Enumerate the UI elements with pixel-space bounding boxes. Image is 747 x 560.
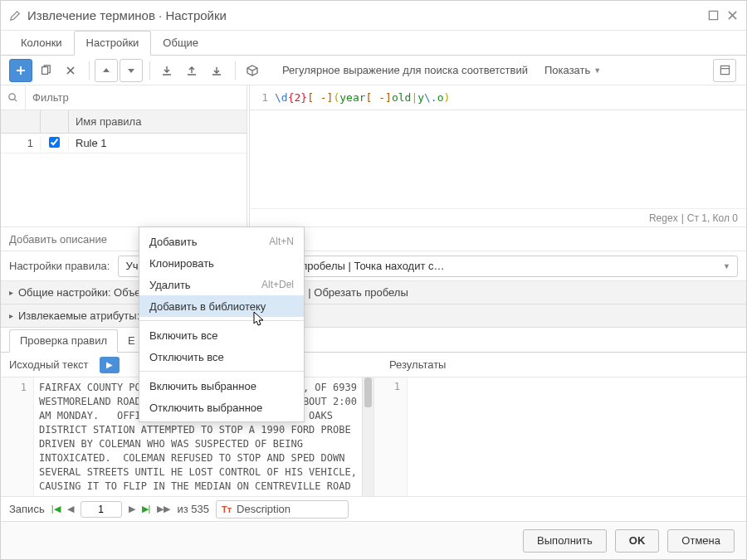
last-record-button[interactable]: ▶| xyxy=(142,504,151,514)
regex-status: Regex | Ст 1, Кол 0 xyxy=(250,208,746,226)
toolbar-separator xyxy=(89,61,90,80)
subtab-rule-check[interactable]: Проверка правил xyxy=(9,329,118,353)
copy-button[interactable] xyxy=(34,59,57,82)
ctx-disable-selected[interactable]: Отключить выбранное xyxy=(139,397,304,418)
footer: Выполнить OK Отмена xyxy=(1,521,746,559)
rules-grid-header: Имя правила xyxy=(1,110,247,134)
accordion-general-settings[interactable]: Общие настройки: Объединить результирующ… xyxy=(1,281,746,304)
svg-rect-2 xyxy=(720,66,729,74)
prev-record-button[interactable]: ◀ xyxy=(67,504,74,514)
cursor-icon xyxy=(253,311,266,328)
filter-input[interactable] xyxy=(26,85,247,110)
ok-button[interactable]: OK xyxy=(615,529,660,553)
tab-settings[interactable]: Настройки xyxy=(74,31,152,56)
col-rule-name[interactable]: Имя правила xyxy=(69,115,247,128)
accordion-extracted-attributes[interactable]: Извлекаемые атрибуты: (Исходные колонки) xyxy=(1,304,746,328)
table-row[interactable]: 1 Rule 1 xyxy=(1,134,247,153)
field-selector[interactable]: Tт Description xyxy=(216,500,349,519)
move-up-button[interactable] xyxy=(95,59,118,82)
rule-name-cell[interactable]: Rule 1 xyxy=(69,137,247,149)
lower-split: 1 FAIRFAX COUNTY POLICE SAY RODNEY COLEM… xyxy=(1,377,746,496)
source-results-header: Исходный текст ▶ Результаты xyxy=(1,353,746,377)
context-menu: ДобавитьAlt+N Клонировать УдалитьAlt+Del… xyxy=(139,226,305,422)
ctx-enable-all[interactable]: Включить все xyxy=(139,324,304,346)
regex-line-number: 1 xyxy=(255,91,268,104)
tab-general[interactable]: Общие xyxy=(151,32,210,55)
results-label: Результаты xyxy=(381,358,746,371)
ctx-add-to-library[interactable]: Добавить в библиотеку xyxy=(139,295,304,317)
toolbar-separator xyxy=(149,61,150,80)
package-button[interactable] xyxy=(241,59,264,82)
regex-mode: Regex xyxy=(649,212,678,224)
ctx-add[interactable]: ДобавитьAlt+N xyxy=(139,231,304,252)
description-input[interactable] xyxy=(1,227,746,251)
main-tabs: Колонки Настройки Общие xyxy=(1,31,746,56)
ctx-delete[interactable]: УдалитьAlt+Del xyxy=(139,274,304,295)
source-label: Исходный текст xyxy=(1,358,96,371)
cancel-button[interactable]: Отмена xyxy=(667,529,735,553)
rules-panel: Имя правила 1 Rule 1 xyxy=(1,85,250,226)
cursor-position: Ст 1, Кол 0 xyxy=(687,212,738,224)
record-label: Запись xyxy=(9,503,45,515)
source-scrollbar[interactable] xyxy=(362,377,374,496)
ctx-separator xyxy=(139,371,304,372)
run-test-button[interactable]: ▶ xyxy=(100,357,120,373)
text-icon: Tт xyxy=(222,504,232,514)
rule-settings-row: Настройки правила: Учитывать регистр | И… xyxy=(1,251,746,281)
tab-columns[interactable]: Колонки xyxy=(9,32,74,55)
show-dropdown[interactable]: Показать▼ xyxy=(544,64,601,76)
rule-settings-label: Настройки правила: xyxy=(9,260,110,272)
svg-rect-1 xyxy=(42,66,48,74)
sub-tabs: Проверка правил Е xyxy=(1,328,746,353)
ctx-enable-selected[interactable]: Включить выбранное xyxy=(139,375,304,397)
filter-row xyxy=(1,85,247,110)
import-button[interactable] xyxy=(155,59,178,82)
first-record-button[interactable]: |◀ xyxy=(51,504,61,514)
description-row xyxy=(1,226,746,251)
add-rule-button[interactable] xyxy=(9,59,32,82)
toolbar-separator xyxy=(235,61,236,80)
layout-button[interactable] xyxy=(713,59,736,82)
toolbar: Регулярное выражение для поиска соответс… xyxy=(1,56,746,85)
record-nav: Запись |◀ ◀ ▶ ▶| ▶▶ из 535 Tт Descriptio… xyxy=(1,496,746,521)
close-button[interactable] xyxy=(727,10,738,21)
maximize-button[interactable] xyxy=(708,10,719,21)
delete-button[interactable] xyxy=(59,59,82,82)
ctx-clone[interactable]: Клонировать xyxy=(139,252,304,274)
results-gutter: 1 xyxy=(374,377,408,496)
next-page-button[interactable]: ▶▶ xyxy=(157,504,170,514)
window: Извлечение терминов · Настройки Колонки … xyxy=(0,0,747,560)
record-total: из 535 xyxy=(177,503,209,515)
ctx-disable-all[interactable]: Отключить все xyxy=(139,346,304,368)
rule-enabled-checkbox[interactable] xyxy=(49,137,60,148)
upper-split: Имя правила 1 Rule 1 1 \d{2}[ -](year[ -… xyxy=(1,85,746,226)
body: Имя правила 1 Rule 1 1 \d{2}[ -](year[ -… xyxy=(1,85,746,521)
titlebar: Извлечение терминов · Настройки xyxy=(1,1,746,31)
svg-rect-0 xyxy=(709,11,717,19)
results-pane: 1 xyxy=(374,377,746,496)
source-gutter: 1 xyxy=(1,377,34,496)
run-button[interactable]: Выполнить xyxy=(523,529,607,553)
regex-match-label: Регулярное выражение для поиска соответс… xyxy=(282,64,528,76)
regex-editor[interactable]: 1 \d{2}[ -](year[ -]old|y\.o) xyxy=(250,85,746,110)
regex-panel: 1 \d{2}[ -](year[ -]old|y\.o) Regex | Ст… xyxy=(250,85,746,226)
upload-button[interactable] xyxy=(180,59,203,82)
search-icon xyxy=(1,85,26,110)
window-title: Извлечение терминов · Настройки xyxy=(27,8,700,22)
row-number: 1 xyxy=(1,137,41,149)
edit-icon xyxy=(9,10,21,22)
scrollbar-thumb[interactable] xyxy=(364,377,372,407)
ctx-separator xyxy=(139,320,304,321)
move-down-button[interactable] xyxy=(120,59,143,82)
record-number-input[interactable] xyxy=(81,501,122,518)
regex-text[interactable]: \d{2}[ -](year[ -]old|y\.o) xyxy=(275,91,450,104)
next-record-button[interactable]: ▶ xyxy=(129,504,135,514)
download-button[interactable] xyxy=(205,59,228,82)
svg-point-3 xyxy=(9,94,15,100)
